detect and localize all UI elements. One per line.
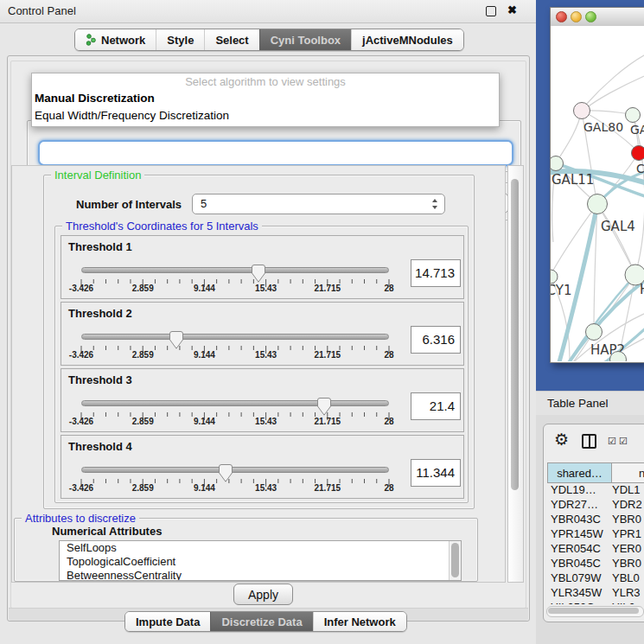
network-edge[interactable] xyxy=(585,50,644,105)
settings-scroll-area: Interval Definition Number of Intervals … xyxy=(11,165,506,583)
number-of-intervals-select[interactable]: 5 xyxy=(192,194,445,214)
tab-network[interactable]: Network xyxy=(75,29,156,50)
table-row[interactable]: YER054CYER0 xyxy=(547,542,644,557)
columns-icon[interactable] xyxy=(582,434,596,449)
slider-handle[interactable] xyxy=(317,398,331,416)
cyni-toolbox-panel: Discretization Algorithm Table Data galF… xyxy=(7,55,530,622)
axis-tick-label: 21.715 xyxy=(306,483,349,493)
network-node-hap2[interactable] xyxy=(586,324,603,341)
table-horizontal-scrollbar-thumb[interactable] xyxy=(548,608,639,614)
slider-track[interactable] xyxy=(81,334,389,340)
list-scrollbar[interactable] xyxy=(449,541,461,580)
threshold-value-field[interactable]: 6.316 xyxy=(411,326,461,354)
settings-scrollbar-thumb[interactable] xyxy=(511,179,519,490)
slider-track[interactable] xyxy=(81,267,389,273)
network-node-gal4[interactable] xyxy=(588,194,608,214)
threshold-value-field[interactable]: 14.713 xyxy=(411,259,461,287)
tab-select[interactable]: Select xyxy=(204,29,258,50)
name-cell: YPR1 xyxy=(612,527,644,542)
network-node-gcy1[interactable] xyxy=(551,270,558,284)
table-row[interactable]: YDR27…YDR2 xyxy=(547,498,644,513)
network-node-c[interactable] xyxy=(632,146,644,161)
threshold-value-field[interactable]: 11.344 xyxy=(411,459,461,487)
checkbox-icon[interactable]: ☑ xyxy=(608,436,616,447)
table-horizontal-scrollbar[interactable] xyxy=(546,606,644,617)
network-node-label: H xyxy=(640,282,644,297)
table-row[interactable]: YIL053CYIL0 xyxy=(547,601,644,604)
table-row[interactable]: YDL19…YDL1 xyxy=(547,483,644,498)
algorithm-select[interactable] xyxy=(38,140,513,166)
name-cell: YLR3 xyxy=(612,586,644,601)
slider-track[interactable] xyxy=(81,400,389,406)
name-cell: YER0 xyxy=(612,542,644,557)
threshold-2-panel: Threshold 2-3.4262.8599.14415.4321.71528… xyxy=(61,302,464,366)
dropdown-prompt-item[interactable]: Select algorithm to view settings xyxy=(32,73,499,90)
tab-style[interactable]: Style xyxy=(156,29,204,50)
table-row[interactable]: YBL079WYBL0 xyxy=(547,571,644,586)
column-header-name[interactable]: n xyxy=(612,462,644,483)
table-panel-inner: ⚙ ☑ ☑ shared… n YDL19…YDL1YDR27…YDR2YBR0… xyxy=(543,424,644,622)
numerical-attributes-heading: Numerical Attributes xyxy=(52,525,162,538)
float-window-icon[interactable] xyxy=(486,6,496,16)
minimize-traffic-light-icon[interactable] xyxy=(571,11,582,22)
slider-handle[interactable] xyxy=(169,331,183,349)
name-cell: YDR2 xyxy=(612,498,644,513)
network-edge[interactable] xyxy=(585,73,644,109)
list-scrollbar-thumb[interactable] xyxy=(451,543,459,577)
table-row[interactable]: YPR145WYPR1 xyxy=(547,527,644,542)
table-row[interactable]: YLR345WYLR3 xyxy=(547,586,644,601)
discretization-algorithm-group: Discretization Algorithm xyxy=(27,120,521,172)
axis-tick-label: 15.43 xyxy=(245,483,288,493)
network-node-ga[interactable] xyxy=(626,108,641,123)
name-cell: YBL0 xyxy=(612,571,644,586)
tab-impute-data[interactable]: Impute Data xyxy=(125,612,210,631)
tab-infer-network[interactable]: Infer Network xyxy=(313,612,406,631)
table-panel-header: Table Panel xyxy=(536,391,644,417)
right-panel: GAL80GACGAL11GAL4GCY1HHAP2 Table Panel ⚙… xyxy=(536,0,644,644)
threshold-label: Threshold 2 xyxy=(68,307,132,320)
axis-tick-label: 21.715 xyxy=(306,284,349,293)
network-canvas[interactable]: GAL80GACGAL11GAL4GCY1HHAP2 xyxy=(551,26,644,361)
apply-button[interactable]: Apply xyxy=(233,583,293,605)
numerical-attributes-list[interactable]: SelfLoopsTopologicalCoefficientBetweenne… xyxy=(59,540,462,581)
axis-tick-label: 9.144 xyxy=(182,284,226,293)
axis-tick-label: 15.43 xyxy=(245,350,288,360)
network-node-gal11[interactable] xyxy=(551,156,564,171)
column-header-shared-name[interactable]: shared… xyxy=(547,462,612,483)
attribute-list-item[interactable]: TopologicalCoefficient xyxy=(60,555,461,569)
close-traffic-light-icon[interactable] xyxy=(556,11,567,22)
settings-vertical-scrollbar[interactable] xyxy=(507,165,524,583)
tab-label: Style xyxy=(167,34,194,47)
slider-handle[interactable] xyxy=(252,265,265,283)
gear-icon[interactable]: ⚙ xyxy=(554,430,569,449)
checkbox-icon[interactable]: ☑ xyxy=(619,436,628,447)
tab-discretize-data[interactable]: Discretize Data xyxy=(210,612,312,631)
slider-track[interactable] xyxy=(81,467,389,473)
threshold-value-field[interactable]: 21.4 xyxy=(411,392,461,420)
thresholds-group-title: Threshold's Coordinates for 5 Intervals xyxy=(62,220,262,233)
control-panel-titlebar: Control Panel ✖ xyxy=(0,0,536,23)
axis-tick-label: 15.43 xyxy=(245,284,288,293)
table-row[interactable]: YBR045CYBR0 xyxy=(547,557,644,571)
number-of-intervals-value: 5 xyxy=(201,194,207,214)
attribute-list-item[interactable]: SelfLoops xyxy=(60,541,461,555)
shared-name-cell: YDR27… xyxy=(547,498,612,513)
table-row[interactable]: YBR043CYBR0 xyxy=(547,513,644,527)
tab-cyni-toolbox[interactable]: Cyni Toolbox xyxy=(259,29,351,50)
dropdown-option-equal-width-frequency-discretization[interactable]: Equal Width/Frequency Discretization xyxy=(32,107,499,124)
threshold-label: Threshold 3 xyxy=(68,373,132,386)
zoom-traffic-light-icon[interactable] xyxy=(585,11,596,22)
dropdown-option-manual-discretization[interactable]: Manual Discretization xyxy=(32,90,499,107)
threshold-label: Threshold 1 xyxy=(68,240,132,253)
axis-tick-label: 15.43 xyxy=(245,417,288,426)
axis-tick-label: 28 xyxy=(367,417,411,426)
close-icon[interactable]: ✖ xyxy=(507,3,517,16)
tab-jactivemnodules[interactable]: jActiveMNodules xyxy=(351,29,463,50)
node-attribute-table: shared… n YDL19…YDL1YDR27…YDR2YBR043CYBR… xyxy=(547,462,644,604)
tab-label: Impute Data xyxy=(136,615,200,628)
network-node-gal80[interactable] xyxy=(574,103,590,119)
attribute-list-item[interactable]: BetweennessCentrality xyxy=(60,569,461,581)
axis-tick-label: 21.715 xyxy=(306,417,349,426)
slider-handle[interactable] xyxy=(219,464,233,482)
network-edge[interactable] xyxy=(556,111,582,163)
